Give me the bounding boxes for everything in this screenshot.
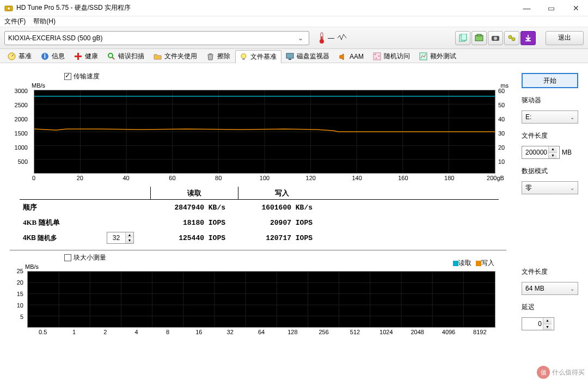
- read-header: 读取: [151, 188, 238, 199]
- legend-read-swatch: [453, 261, 458, 266]
- minimize-button[interactable]: —: [514, 0, 539, 16]
- svg-rect-18: [75, 56, 82, 57]
- chevron-down-icon: ⌄: [570, 185, 574, 191]
- content: 开始 驱动器 E:⌄ 文件长度 ▲▼ MB 数据模式 零⌄ 文件长度 64 MB…: [0, 63, 588, 381]
- table-row: 顺序 2847940 KB/s 1601600 KB/s: [20, 200, 499, 215]
- svg-point-27: [378, 56, 379, 57]
- row-seq-label: 顺序: [20, 202, 150, 212]
- filelen2-label: 文件长度: [522, 267, 578, 276]
- info-icon: i: [40, 52, 49, 61]
- start-button[interactable]: 开始: [522, 73, 578, 88]
- menu-help[interactable]: 帮助(H): [33, 17, 56, 26]
- svg-point-12: [512, 38, 515, 41]
- watermark-text: 什么值得买: [552, 368, 585, 377]
- delay-input[interactable]: [522, 320, 543, 328]
- svg-rect-20: [209, 53, 212, 54]
- driver-select[interactable]: E:⌄: [522, 110, 578, 124]
- options-button[interactable]: [504, 31, 519, 45]
- copy-info-button[interactable]: [455, 31, 470, 45]
- chevron-down-icon: ⌄: [570, 286, 574, 292]
- row-4kn-write: 120717 IOPS: [237, 234, 324, 242]
- tab-filebenchmark[interactable]: 文件基准: [235, 50, 281, 63]
- save-button[interactable]: [520, 31, 536, 45]
- datapat-select[interactable]: 零⌄: [522, 181, 578, 194]
- temperature-display: —: [318, 32, 347, 44]
- watermark: 值 什么值得买: [537, 366, 585, 379]
- monitor-icon: [285, 52, 294, 61]
- save-screenshot-button[interactable]: [488, 31, 503, 45]
- maximize-button[interactable]: ▭: [539, 0, 564, 16]
- row-4k1-label: 4KB 随机单: [20, 218, 150, 228]
- legend-write-swatch: [476, 261, 481, 266]
- extra-icon: [419, 52, 427, 61]
- svg-rect-24: [289, 59, 291, 60]
- write-header: 写入: [238, 188, 326, 199]
- exit-label: 退出: [558, 33, 571, 42]
- tab-errorscan[interactable]: 错误扫描: [103, 50, 149, 63]
- toolbar-actions: [455, 31, 536, 45]
- filelen-label: 文件长度: [522, 131, 578, 140]
- tab-info[interactable]: i信息: [36, 50, 70, 63]
- blocksize-plot: [27, 271, 495, 328]
- chevron-down-icon: ⌄: [570, 114, 574, 120]
- folder-icon: [153, 52, 162, 61]
- svg-rect-25: [373, 53, 381, 60]
- close-button[interactable]: ✕: [564, 0, 588, 16]
- svg-rect-4: [321, 36, 322, 41]
- svg-point-11: [509, 35, 512, 39]
- y-left-unit: MB/s: [32, 82, 45, 89]
- exit-button[interactable]: 退出: [546, 31, 584, 45]
- row-4kn-label: 4KB 随机多 32▲▼: [20, 232, 150, 244]
- window-title: HD Tune Pro 5.75 - 硬盘/SSD 实用程序: [16, 3, 514, 13]
- tab-health[interactable]: 健康: [70, 50, 103, 63]
- menu-file[interactable]: 文件(F): [4, 17, 26, 26]
- legend: 读取 写入: [453, 259, 494, 268]
- svg-point-10: [494, 36, 497, 40]
- svg-point-1: [7, 7, 10, 10]
- watermark-icon: 值: [537, 366, 550, 379]
- filelen-unit: MB: [562, 149, 572, 156]
- titlebar: HD Tune Pro 5.75 - 硬盘/SSD 实用程序 — ▭ ✕: [0, 0, 588, 16]
- delay-spinner[interactable]: ▲▼: [522, 317, 554, 330]
- svg-rect-23: [286, 53, 293, 58]
- thermometer-icon: [318, 32, 326, 44]
- row-4kn-read: 125440 IOPS: [150, 234, 237, 242]
- blocksize-checkbox[interactable]: [64, 254, 71, 261]
- blocksize-label: 块大小测量: [74, 253, 106, 262]
- tab-benchmark[interactable]: 基准: [3, 50, 36, 63]
- health-icon: [74, 52, 82, 61]
- speaker-icon: [338, 52, 347, 61]
- table-row: 4KB 随机多 32▲▼ 125440 IOPS 120717 IOPS: [20, 230, 499, 245]
- spark-icon: [336, 33, 347, 43]
- search-icon: [107, 52, 115, 61]
- transfer-label: 传输速度: [74, 72, 100, 81]
- tab-aam[interactable]: AAM: [334, 50, 369, 63]
- tab-folderusage[interactable]: 文件夹使用: [149, 50, 202, 63]
- tab-erase[interactable]: 擦除: [202, 50, 235, 63]
- temperature-value: —: [328, 34, 334, 42]
- filelen2-select[interactable]: 64 MB⌄: [522, 282, 578, 295]
- chevron-down-icon: ⌄: [296, 34, 305, 42]
- device-select[interactable]: KIOXIA-EXCERIA SSD (500 gB) ⌄: [4, 31, 309, 45]
- copy-screenshot-button[interactable]: [471, 31, 487, 45]
- queue-depth-spinner[interactable]: 32▲▼: [107, 232, 134, 244]
- tab-random[interactable]: 随机访问: [369, 50, 415, 63]
- svg-rect-8: [477, 34, 481, 36]
- toolbar: KIOXIA-EXCERIA SSD (500 gB) ⌄ — 退出: [0, 27, 588, 49]
- delay-label: 延迟: [522, 303, 578, 312]
- svg-rect-6: [461, 34, 467, 40]
- filelen-input[interactable]: [522, 149, 548, 156]
- tab-extra[interactable]: 额外测试: [415, 50, 461, 63]
- transfer-checkbox[interactable]: [64, 73, 71, 80]
- svg-point-26: [375, 54, 376, 55]
- svg-text:i: i: [44, 52, 45, 60]
- row-4k1-write: 20907 IOPS: [237, 219, 324, 227]
- filelen-spinner[interactable]: ▲▼: [522, 146, 560, 159]
- svg-rect-13: [525, 40, 531, 41]
- transfer-section: 传输速度 MB/s ms 30002500200015001000500 605…: [10, 72, 511, 181]
- datapat-label: 数据模式: [522, 167, 578, 176]
- gauge-icon: [7, 52, 16, 61]
- row-4k1-read: 18180 IOPS: [150, 219, 237, 227]
- results-table: 读取 写入 顺序 2847940 KB/s 1601600 KB/s 4KB 随…: [20, 187, 499, 245]
- tab-diskmonitor[interactable]: 磁盘监视器: [281, 50, 334, 63]
